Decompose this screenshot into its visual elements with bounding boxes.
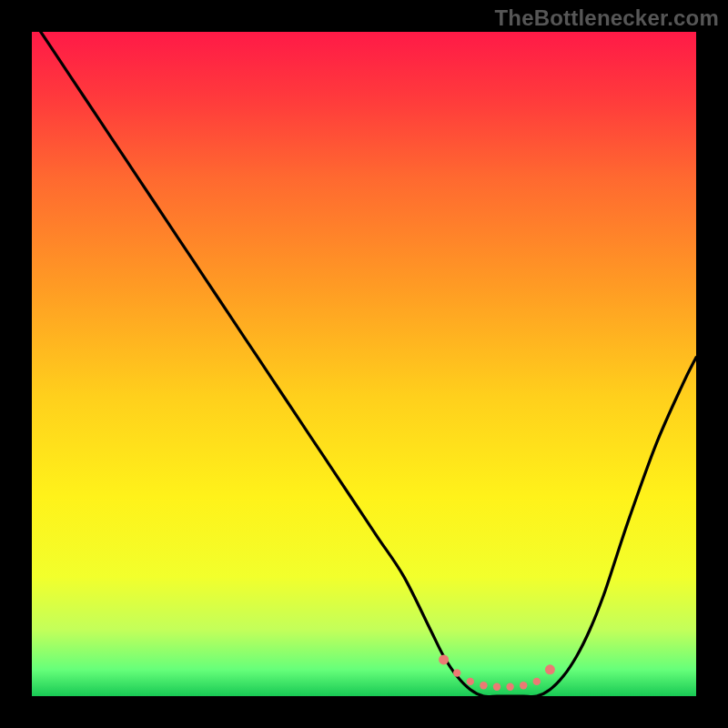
optimal-marker bbox=[533, 678, 541, 685]
optimal-marker bbox=[545, 664, 555, 674]
chart-curve bbox=[32, 32, 696, 696]
plot-area bbox=[32, 32, 696, 696]
chart-frame: TheBottlenecker.com bbox=[0, 0, 728, 728]
optimal-marker bbox=[453, 669, 460, 676]
optimal-marker bbox=[506, 683, 513, 691]
watermark-text: TheBottlenecker.com bbox=[494, 5, 719, 31]
optimal-marker bbox=[520, 682, 527, 689]
optimal-marker bbox=[480, 682, 487, 689]
optimal-marker bbox=[439, 654, 449, 664]
optimal-marker bbox=[467, 678, 474, 685]
optimal-marker bbox=[493, 683, 500, 691]
